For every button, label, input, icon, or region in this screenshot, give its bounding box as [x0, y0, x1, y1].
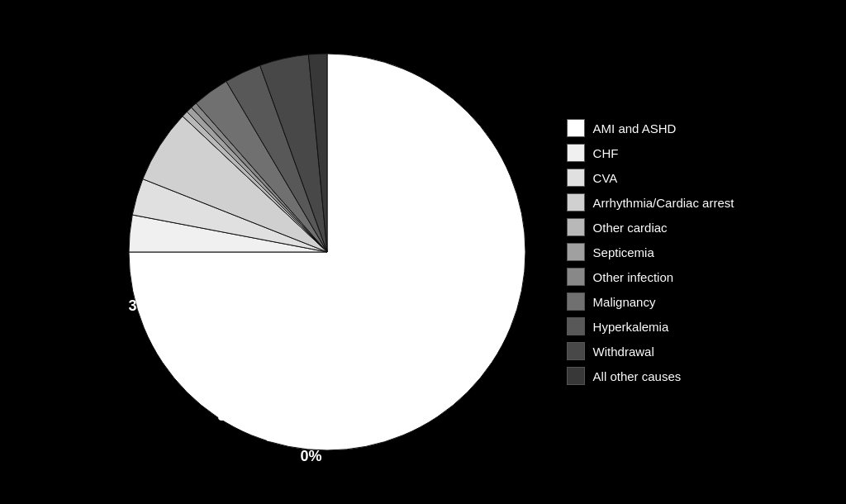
pie-chart [112, 37, 542, 467]
legend-label-6: Other infection [593, 270, 674, 284]
legend-item-0: AMI and ASHD [567, 119, 734, 137]
legend-label-2: CVA [593, 171, 618, 185]
legend-label-8: Hyperkalemia [593, 320, 669, 334]
legend-label-1: CHF [593, 146, 619, 160]
legend-swatch-9 [567, 342, 585, 360]
legend-item-5: Septicemia [567, 243, 734, 261]
legend-swatch-1 [567, 144, 585, 162]
legend-item-7: Malignancy [567, 292, 734, 311]
chart-container: 3% 3% 6% 3% 3% 4% 0% AMI and ASHDCHFCVAA… [0, 0, 846, 504]
legend-label-9: Withdrawal [593, 345, 654, 359]
legend-item-4: Other cardiac [567, 218, 734, 236]
legend-swatch-4 [567, 218, 585, 236]
legend-swatch-0 [567, 119, 585, 137]
legend-swatch-7 [567, 292, 585, 311]
legend-item-9: Withdrawal [567, 342, 734, 360]
legend-swatch-3 [567, 193, 585, 212]
legend-label-10: All other causes [593, 369, 682, 383]
legend-label-3: Arrhythmia/Cardiac arrest [593, 196, 734, 210]
legend-swatch-6 [567, 268, 585, 286]
legend: AMI and ASHDCHFCVAArrhythmia/Cardiac arr… [567, 119, 734, 385]
legend-swatch-5 [567, 243, 585, 261]
legend-swatch-2 [567, 169, 585, 187]
legend-item-1: CHF [567, 144, 734, 162]
legend-label-7: Malignancy [593, 295, 656, 309]
legend-label-4: Other cardiac [593, 221, 668, 235]
legend-item-3: Arrhythmia/Cardiac arrest [567, 193, 734, 212]
legend-swatch-8 [567, 317, 585, 335]
legend-item-2: CVA [567, 169, 734, 187]
legend-item-10: All other causes [567, 367, 734, 385]
legend-label-5: Septicemia [593, 245, 654, 259]
legend-item-6: Other infection [567, 268, 734, 286]
legend-label-0: AMI and ASHD [593, 121, 677, 136]
legend-item-8: Hyperkalemia [567, 317, 734, 335]
pie-area: 3% 3% 6% 3% 3% 4% 0% [112, 37, 542, 467]
legend-swatch-10 [567, 367, 585, 385]
